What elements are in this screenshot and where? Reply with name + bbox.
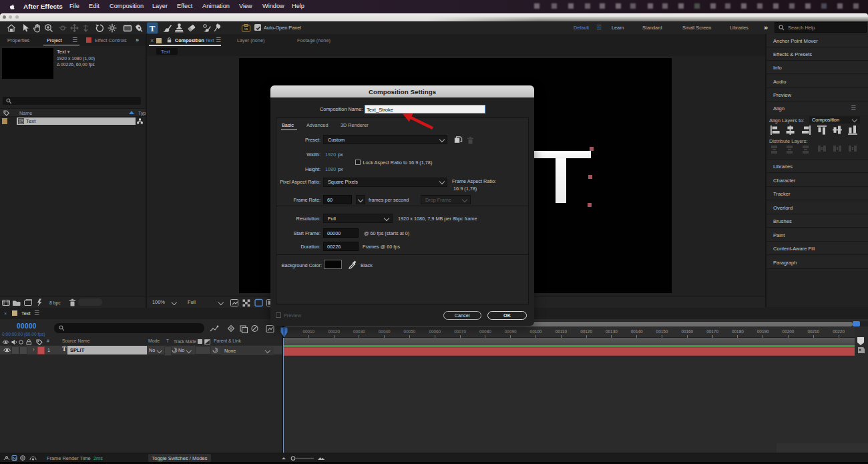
svg-text:T: T xyxy=(150,23,156,33)
svg-text:ta: ta xyxy=(244,27,248,31)
